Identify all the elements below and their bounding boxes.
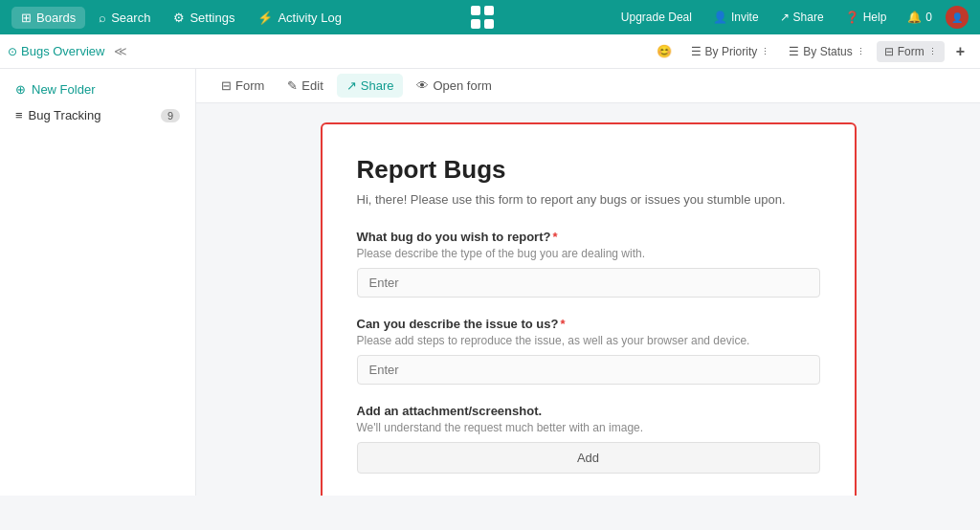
help-label: Help xyxy=(863,11,887,24)
form-nav-label: Form xyxy=(898,45,924,58)
svg-rect-1 xyxy=(484,6,494,15)
status-icon: ☰ xyxy=(789,45,799,58)
notifications-button[interactable]: 🔔 0 xyxy=(900,7,940,28)
top-nav: ⊞ Boards ⌕ Search ⚙ Settings ⚡ Activity … xyxy=(0,0,980,34)
attachment-hint: We'll understand the request much better… xyxy=(357,421,820,434)
bug-type-hint: Please describe the type of the bug you … xyxy=(357,247,820,260)
by-status-button[interactable]: ☰ By Status ⋮ xyxy=(781,41,872,62)
breadcrumb[interactable]: Bugs Overview xyxy=(21,44,104,58)
nav-activity-label: Activity Log xyxy=(278,11,341,25)
nav-settings[interactable]: ⚙ Settings xyxy=(164,7,244,29)
share-icon: ↗ xyxy=(780,11,790,24)
field-attachment: Add an attachment/screenshot. We'll unde… xyxy=(357,404,820,474)
attachment-add-button[interactable]: Add xyxy=(357,442,820,474)
second-nav: ⊙ Bugs Overview ≪ 😊 ☰ By Priority ⋮ ☰ By… xyxy=(0,34,980,69)
filter-emoji: 😊 xyxy=(649,40,679,62)
sidebar-item-label: Bug Tracking xyxy=(29,108,101,122)
grid-icon: ⊞ xyxy=(21,11,32,25)
sidebar: ⊕ New Folder ≡ Bug Tracking 9 xyxy=(0,69,196,496)
field-link: Add a link. If there's a link you have t… xyxy=(357,493,820,496)
activity-icon: ⚡ xyxy=(257,11,273,25)
share-button[interactable]: ↗ Share xyxy=(772,7,832,28)
tab-open-form[interactable]: 👁 Open form xyxy=(407,74,501,98)
person-plus-icon: 👤 xyxy=(713,11,727,24)
bell-icon: 🔔 xyxy=(907,11,922,24)
upgrade-deal-label: Upgrade Deal xyxy=(621,11,692,24)
field-bug-type: What bug do you wish to report?* Please … xyxy=(357,230,820,298)
invite-button[interactable]: 👤 Invite xyxy=(705,7,767,28)
collapse-icon[interactable]: ≪ xyxy=(108,40,133,62)
form-nav-button[interactable]: ⊟ Form ⋮ xyxy=(877,41,945,62)
new-folder-label: New Folder xyxy=(32,82,95,97)
svg-rect-0 xyxy=(471,6,480,15)
svg-rect-3 xyxy=(484,19,494,29)
plus-circle-icon: ⊕ xyxy=(15,82,26,97)
open-form-tab-label: Open form xyxy=(433,78,491,93)
attachment-label: Add an attachment/screenshot. xyxy=(357,404,820,418)
eye-icon: 👁 xyxy=(416,78,429,93)
bug-desc-hint: Please add steps to reproduce the issue,… xyxy=(357,334,820,347)
nav-search[interactable]: ⌕ Search xyxy=(89,7,160,29)
app-logo xyxy=(355,2,610,33)
bug-desc-label: Can you describe the issue to us?* xyxy=(357,317,820,331)
question-icon: ❓ xyxy=(845,11,859,24)
by-status-label: By Status xyxy=(803,45,852,58)
user-avatar[interactable]: 👤 xyxy=(946,6,969,29)
tab-share[interactable]: ↗ Share xyxy=(337,74,404,98)
form-subtitle: Hi, there! Please use this form to repor… xyxy=(357,192,820,207)
invite-label: Invite xyxy=(731,11,759,24)
status-options-icon: ⋮ xyxy=(857,47,865,56)
pencil-icon: ✎ xyxy=(287,78,298,93)
main-content: Report Bugs Hi, there! Please use this f… xyxy=(196,103,980,496)
field-bug-description: Can you describe the issue to us?* Pleas… xyxy=(357,317,820,385)
bug-type-input[interactable] xyxy=(357,268,820,298)
form-options-icon: ⋮ xyxy=(928,47,937,56)
bug-desc-input[interactable] xyxy=(357,355,820,385)
notification-count: 0 xyxy=(925,11,932,24)
bug-type-label: What bug do you wish to report?* xyxy=(357,230,820,244)
form-nav-icon: ⊟ xyxy=(884,45,894,58)
by-priority-label: By Priority xyxy=(705,45,758,58)
tab-form[interactable]: ⊟ Form xyxy=(212,74,274,98)
top-nav-right: Upgrade Deal 👤 Invite ↗ Share ❓ Help 🔔 0… xyxy=(613,6,969,29)
form-toolbar: ⊟ Form ✎ Edit ↗ Share 👁 Open form xyxy=(196,69,980,103)
form-tab-icon: ⊟ xyxy=(221,78,232,93)
share-tab-label: Share xyxy=(361,78,394,93)
share-tab-icon: ↗ xyxy=(346,78,357,93)
plus-icon: + xyxy=(956,43,965,60)
share-label: Share xyxy=(793,11,824,24)
add-view-button[interactable]: + xyxy=(948,39,972,64)
tab-edit[interactable]: ✎ Edit xyxy=(278,74,332,98)
nav-settings-label: Settings xyxy=(189,11,234,25)
sidebar-item-count: 9 xyxy=(161,109,180,122)
by-priority-button[interactable]: ☰ By Priority ⋮ xyxy=(683,41,778,62)
edit-tab-label: Edit xyxy=(301,78,323,93)
list-icon: ≡ xyxy=(15,108,23,122)
nav-activity[interactable]: ⚡ Activity Log xyxy=(248,7,350,29)
gear-icon: ⚙ xyxy=(173,11,185,25)
form-tab-label: Form xyxy=(235,78,264,93)
new-folder-button[interactable]: ⊕ New Folder xyxy=(0,77,195,102)
report-bugs-form: Report Bugs Hi, there! Please use this f… xyxy=(321,122,857,496)
form-title: Report Bugs xyxy=(357,155,820,185)
right-panel: ⊟ Form ✎ Edit ↗ Share 👁 Open form Report… xyxy=(196,69,980,496)
priority-options-icon: ⋮ xyxy=(761,47,769,56)
search-icon: ⌕ xyxy=(99,11,106,25)
nav-boards[interactable]: ⊞ Boards xyxy=(11,7,85,29)
sidebar-item-bug-tracking[interactable]: ≡ Bug Tracking 9 xyxy=(0,102,195,128)
priority-icon: ☰ xyxy=(691,45,702,58)
home-icon: ⊙ xyxy=(8,45,17,58)
svg-rect-2 xyxy=(471,19,480,29)
upgrade-deal-button[interactable]: Upgrade Deal xyxy=(613,7,700,28)
nav-search-label: Search xyxy=(111,11,150,25)
help-button[interactable]: ❓ Help xyxy=(837,7,895,28)
link-label: Add a link. xyxy=(357,493,820,496)
main-layout: ⊕ New Folder ≡ Bug Tracking 9 ⊟ Form ✎ E… xyxy=(0,69,980,496)
nav-boards-label: Boards xyxy=(36,11,76,25)
